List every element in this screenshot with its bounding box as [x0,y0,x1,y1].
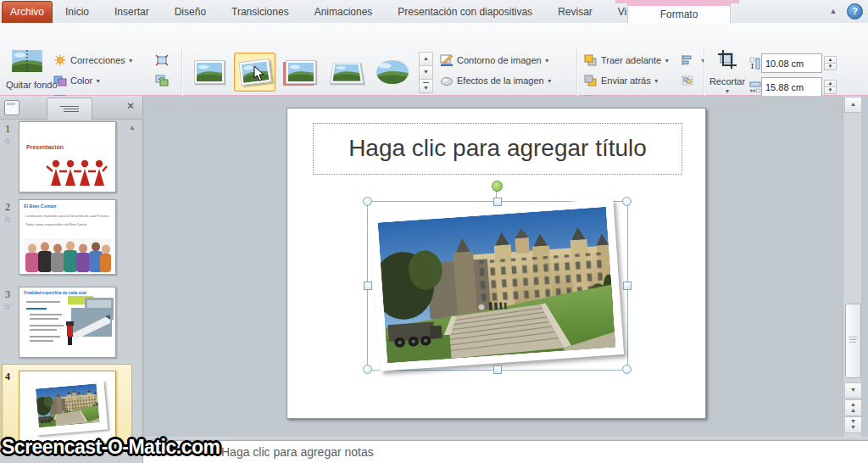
picture-border-button[interactable]: Contorno de imagen▼ [437,50,555,70]
dropdown-arrow-icon: ▼ [664,58,670,64]
color-icon [53,75,67,86]
compress-picture-icon [155,54,169,66]
shape-width-field: ▲▼ [749,77,837,97]
picture-style-soft-oval[interactable] [371,53,413,92]
align-icon [681,54,694,66]
slide-thumbnail-3[interactable]: 3 ☆ Finalidad específica de cada cual [0,287,137,358]
notes-placeholder-text: Haga clic para agregar notas [221,445,374,459]
tab-revisar[interactable]: Revisar [545,1,605,23]
crop-button[interactable]: Recortar ▼ [709,49,746,94]
group-separator [576,49,577,100]
picture-style-rotated-white-selected[interactable] [234,53,275,92]
tab-transiciones[interactable]: Transiciones [219,1,302,23]
slides-tab-icon[interactable] [4,100,19,115]
height-icon [749,57,761,70]
slide-thumbnail-2[interactable]: 2 ☆ El Bien Común Condiciones materiales… [0,199,137,276]
animation-star-icon[interactable]: ☆ [3,302,11,311]
notes-pane[interactable]: Haga clic para agregar notas [142,440,868,463]
ribbon-formato: Quitar fondo Correcciones▼ [0,23,868,97]
slide-thumbnail-1[interactable]: 1 ☆ Presentación [0,121,137,192]
change-picture-button[interactable] [153,70,175,91]
dropdown-arrow-icon: ▼ [128,58,134,64]
title-placeholder[interactable]: Haga clic para agregar título [313,123,682,175]
mouse-cursor-icon [253,65,264,81]
picture-effects-icon [440,75,453,86]
picture-selection[interactable] [367,201,626,369]
resize-handle-w[interactable] [364,282,372,290]
send-backward-button[interactable]: Enviar atrás▼ [581,70,682,91]
people-chain-graphic [45,158,108,187]
rotation-handle[interactable] [492,181,503,192]
dropdown-arrow-icon: ▼ [544,58,550,64]
dropdown-arrow-icon: ▼ [654,78,659,84]
scroll-down-icon[interactable]: ▼ [844,382,862,399]
remove-background-icon [12,50,42,74]
group-objects-icon [681,75,694,86]
group-separator [181,49,182,100]
tab-presentacion[interactable]: Presentación con diapositivas [385,1,545,23]
height-input[interactable] [761,53,822,73]
tab-diseno[interactable]: Diseño [162,1,219,23]
castle-photo[interactable] [370,198,624,371]
close-panel-icon[interactable]: ✕ [124,100,137,114]
animation-star-icon[interactable]: ☆ [3,137,11,146]
outline-icon [60,104,79,112]
ribbon-tab-bar: Archivo Inicio Insertar Diseño Transicio… [0,0,868,24]
scroll-up-icon[interactable]: ▲ [844,97,862,113]
bring-forward-button[interactable]: Traer adelante▼ [581,50,682,70]
height-stepper[interactable]: ▲▼ [824,57,837,70]
tab-archivo[interactable]: Archivo [2,1,53,24]
gallery-scrollbar: ▲ ▼ ▼ [419,52,431,92]
tab-inicio[interactable]: Inicio [53,1,102,23]
scrollbar-thumb[interactable] [845,304,861,378]
bring-forward-icon [584,54,598,66]
people-photo-graphic [24,238,111,272]
gallery-scroll-down-icon[interactable]: ▼ [419,65,433,80]
dropdown-arrow-icon: ▼ [709,88,746,94]
powerpoint-window: Archivo Inicio Insertar Diseño Transicio… [0,0,868,463]
compress-picture-button[interactable] [153,50,175,70]
screencast-watermark: Screencast-O-Matic.com [2,436,220,459]
crop-icon [716,49,738,70]
vertical-scrollbar: ▲ ▼ ▲▲ ▼▼ [843,96,861,437]
dropdown-arrow-icon: ▼ [547,78,553,84]
title-placeholder-text: Haga clic para agregar título [348,135,647,161]
resize-handle-s[interactable] [493,365,502,374]
resize-handle-e[interactable] [623,282,632,290]
gallery-more-icon[interactable]: ▼ [419,79,433,93]
change-picture-icon [155,75,169,86]
outline-tab[interactable] [47,98,92,120]
picture-style-beveled[interactable] [280,53,321,92]
thumbnail-castle-photo [33,380,108,435]
tab-insertar[interactable]: Insertar [102,1,162,23]
width-input[interactable] [761,77,822,97]
slide-editor-area[interactable]: Haga clic para agregar título ▲ [142,96,868,437]
sun-icon [53,54,67,66]
corrections-button[interactable]: Correcciones▼ [51,50,153,70]
slide-canvas[interactable]: Haga clic para agregar título [287,108,706,419]
group-separator [704,49,704,100]
minimize-ribbon-icon[interactable]: ▲ [825,3,842,20]
animation-star-icon[interactable]: ☆ [3,215,11,224]
picture-style-simple-frame[interactable] [188,53,230,92]
tab-animaciones[interactable]: Animaciones [302,1,386,23]
picture-style-perspective[interactable] [326,53,367,92]
gallery-scroll-up-icon[interactable]: ▲ [419,52,433,66]
collage-graphic [66,296,114,350]
previous-slide-icon[interactable]: ▲▲ [844,399,862,416]
width-stepper[interactable]: ▲▼ [824,81,837,94]
resize-handle-sw[interactable] [363,365,372,374]
color-button[interactable]: Color▼ [51,70,153,91]
send-backward-icon [584,75,598,86]
resize-handle-nw[interactable] [363,197,372,206]
next-slide-icon[interactable]: ▼▼ [844,416,862,433]
tab-list: Inicio Insertar Diseño Transiciones Anim… [53,0,653,23]
slides-panel-header: ✕ [0,96,142,120]
resize-handle-n[interactable] [493,198,502,206]
window-controls: ▲ ? [825,3,863,20]
width-icon [749,81,761,94]
help-icon[interactable]: ? [847,3,863,20]
picture-effects-button[interactable]: Efectos de la imagen▼ [437,70,555,91]
resize-handle-ne[interactable] [622,197,632,206]
resize-handle-se[interactable] [622,365,632,374]
